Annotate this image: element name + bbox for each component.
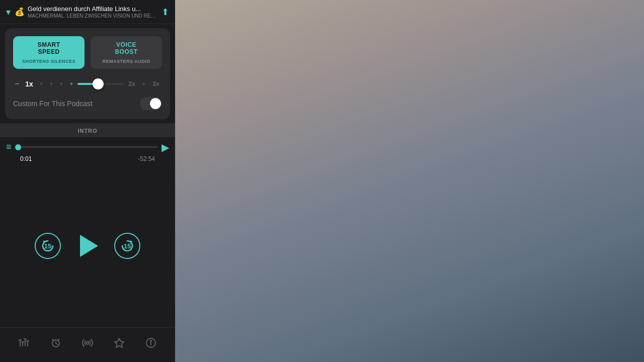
forward-button[interactable]: 15: [114, 233, 140, 259]
smart-speed-sublabel: SHORTENS SILENCES: [17, 59, 80, 64]
progress-dot: [15, 144, 21, 150]
voice-boost-label: VOICEBOOST: [95, 41, 158, 56]
podcast-author: MACHMERMAL. LEBEN ZWISCHEN VISION UND RE…: [28, 13, 157, 19]
custom-podcast-toggle[interactable]: [140, 97, 162, 110]
chevron-down-icon[interactable]: ▾: [6, 7, 11, 18]
speed-plus-2[interactable]: +: [47, 80, 55, 87]
speed-3x-label: 3x: [150, 80, 162, 87]
current-time: 0:01: [20, 155, 32, 162]
voice-boost-sublabel: REMASTERS AUDIO: [95, 59, 158, 64]
star-nav-icon[interactable]: [110, 334, 128, 352]
rewind-label: 15: [44, 242, 51, 250]
mini-play-button[interactable]: ▶: [162, 141, 169, 153]
equalizer-nav-icon[interactable]: [15, 334, 33, 352]
alarm-nav-icon[interactable]: [47, 334, 65, 352]
speed-controls: − 1x + + + + 2x + 3x: [13, 79, 162, 89]
remaining-time: -52:54: [138, 155, 155, 162]
smart-speed-label: SMARTSPEED: [17, 41, 80, 56]
playback-controls: 15 15: [0, 164, 175, 327]
speed-plus-1[interactable]: +: [37, 80, 45, 87]
svg-point-19: [150, 340, 151, 341]
svg-line-14: [58, 339, 59, 340]
bottom-nav: [0, 327, 175, 362]
toggle-thumb: [150, 98, 161, 109]
svg-marker-16: [115, 338, 124, 347]
podcast-title: Geld verdienen durch Affiliate Links u..…: [28, 5, 157, 13]
progress-track[interactable]: [16, 146, 157, 148]
svg-line-13: [52, 339, 54, 340]
speed-2x-label: 2x: [126, 80, 138, 87]
forward-label: 15: [124, 242, 131, 250]
speed-thumb[interactable]: [93, 78, 104, 89]
top-bar-text: Geld verdienen durch Affiliate Links u..…: [28, 5, 157, 19]
background-person: [171, 0, 644, 362]
feature-buttons: SMARTSPEED SHORTENS SILENCES VOICEBOOST …: [13, 36, 162, 69]
podcast-emoji-icon: 💰: [15, 7, 25, 17]
chapter-menu-icon[interactable]: ≡: [6, 142, 12, 152]
info-nav-icon[interactable]: [142, 334, 160, 352]
speed-track: [77, 83, 124, 85]
smart-speed-button[interactable]: SMARTSPEED SHORTENS SILENCES: [13, 36, 85, 69]
top-bar: ▾ 💰 Geld verdienen durch Affiliate Links…: [0, 0, 175, 24]
speed-plus-3[interactable]: +: [57, 80, 65, 87]
phone-panel: ▾ 💰 Geld verdienen durch Affiliate Links…: [0, 0, 175, 362]
time-row: 0:01 -52:54: [6, 155, 169, 162]
voice-boost-button[interactable]: VOICEBOOST REMASTERS AUDIO: [91, 36, 162, 69]
rewind-circle: 15: [35, 233, 61, 259]
svg-line-12: [56, 343, 57, 344]
play-button[interactable]: [77, 235, 98, 257]
progress-area: ≡ ▶ 0:01 -52:54: [0, 137, 175, 164]
intro-label: INTRO: [77, 128, 97, 134]
forward-circle: 15: [114, 233, 140, 259]
share-button[interactable]: ⬆: [162, 7, 169, 18]
rewind-button[interactable]: 15: [35, 233, 61, 259]
progress-row: ≡ ▶: [6, 141, 169, 153]
speed-plus-5[interactable]: +: [140, 80, 148, 87]
speed-minus-button[interactable]: −: [13, 79, 21, 88]
antenna-nav-icon[interactable]: [78, 334, 97, 352]
custom-podcast-row: Custom For This Podcast: [13, 93, 162, 111]
speed-card: SMARTSPEED SHORTENS SILENCES VOICEBOOST …: [5, 28, 170, 119]
intro-bar: INTRO: [0, 123, 175, 137]
svg-point-15: [86, 342, 89, 344]
play-icon: [80, 235, 98, 257]
speed-slider[interactable]: [77, 79, 124, 89]
custom-podcast-label: Custom For This Podcast: [13, 100, 93, 108]
speed-1x-label: 1x: [23, 80, 35, 88]
speed-plus-4[interactable]: +: [67, 80, 75, 87]
